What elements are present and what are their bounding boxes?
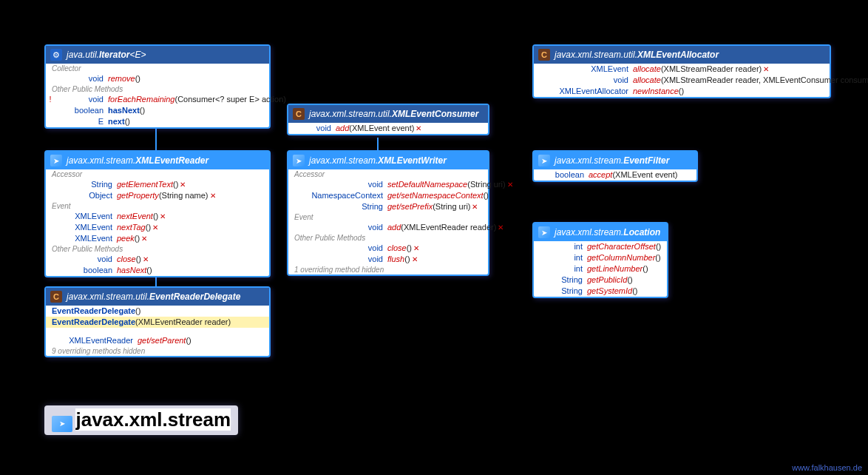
method-args: (String uri): [433, 201, 470, 212]
return-type: XMLEvent: [59, 233, 117, 244]
method-row: intgetLineNumber (): [534, 263, 667, 274]
row-mark: [534, 86, 547, 97]
pkg-label: javax.xml.stream.: [309, 155, 378, 166]
row-mark: [288, 179, 302, 190]
method-name: get/setParent: [138, 335, 186, 346]
return-type: void: [302, 243, 387, 254]
method-args: (XMLStreamReader reader, XMLEventConsume…: [661, 75, 868, 86]
class-name: Location: [623, 227, 660, 238]
return-type: void: [59, 94, 108, 105]
throws-badge: ✕: [151, 222, 158, 233]
return-type: XMLEventAllocator: [547, 86, 633, 97]
class-header: javax.xml.stream.XMLEventReader: [46, 152, 269, 169]
class-name: Iterator: [99, 50, 129, 60]
class-body: Collectorvoidremove ()Other Public Metho…: [46, 64, 269, 127]
method-row: voidflush () ✕: [288, 254, 488, 265]
method-args: (): [656, 241, 661, 252]
method-row: voidremove (): [46, 73, 269, 84]
row-mark: [46, 116, 59, 127]
row-mark: [46, 233, 59, 244]
constructor-name: EventReaderDelegate: [52, 317, 135, 328]
class-header: javax.xml.stream.EventFilter: [534, 152, 696, 169]
arrow-icon: [538, 155, 550, 166]
title-wrap: javax.xml.stream: [44, 405, 238, 435]
class-xmleventconsumer: javax.xml.stream.util.XMLEventConsumer v…: [287, 104, 489, 135]
return-type: void: [302, 179, 387, 190]
method-args: (): [407, 243, 412, 254]
method-row: NamespaceContextget/setNamespaceContext …: [288, 190, 488, 201]
row-mark: [46, 105, 59, 116]
return-type: String: [59, 179, 117, 190]
class-body: voidadd (XMLEvent event) ✕: [288, 123, 488, 134]
method-row: StringgetElementText () ✕: [46, 179, 269, 190]
method-args: (String uri): [467, 179, 505, 190]
arrow-icon: [293, 155, 305, 166]
credit-text: www.falkhausen.de: [792, 463, 862, 472]
method-row: XMLEventnextEvent () ✕: [46, 211, 269, 222]
row-mark: [534, 263, 547, 274]
method-row: voidadd (XMLEvent event) ✕: [288, 123, 488, 134]
return-type: int: [547, 263, 587, 274]
method-args: (): [140, 105, 145, 116]
method-name: remove: [108, 73, 135, 84]
method-args: (): [484, 190, 489, 201]
method-name: getElementText: [117, 179, 173, 190]
return-type: XMLEvent: [59, 222, 117, 233]
class-header: javax.xml.stream.util.XMLEventAllocator: [534, 46, 830, 64]
method-name: getProperty: [117, 190, 159, 201]
row-mark: [534, 252, 547, 263]
diagram-title: javax.xml.stream: [44, 405, 238, 435]
constructor-row: EventReaderDelegate (XMLEventReader read…: [46, 317, 269, 328]
return-type: void: [59, 254, 117, 265]
method-row: !voidforEachRemaining (Consumer<? super …: [46, 94, 269, 105]
class-name: XMLEventReader: [135, 155, 208, 166]
method-row: XMLEventAllocatornewInstance (): [534, 86, 830, 97]
method-row: voidadd (XMLEventReader reader) ✕: [288, 222, 488, 233]
hidden-note: 1 overriding method hidden: [288, 265, 488, 274]
class-header: javax.xml.stream.XMLEventWriter: [288, 152, 488, 169]
return-type: String: [302, 201, 387, 212]
method-args: (): [125, 116, 130, 127]
method-args: (): [404, 254, 410, 265]
class-body: EventReaderDelegate ()EventReaderDelegat…: [46, 306, 269, 356]
throws-badge: ✕: [208, 190, 216, 201]
class-name: XMLEventWriter: [378, 155, 446, 166]
method-row: Stringget/setPrefix (String uri) ✕: [288, 201, 488, 212]
pkg-label: javax.xml.stream.: [555, 155, 623, 166]
pkg-label: javax.xml.stream.util.: [309, 109, 392, 119]
class-xmleventreader: javax.xml.stream.XMLEventReader Accessor…: [44, 150, 271, 277]
method-args: (): [153, 211, 158, 222]
class-icon: [293, 108, 305, 120]
row-mark: [46, 211, 59, 222]
class-body: AccessorStringgetElementText () ✕Objectg…: [46, 169, 269, 276]
section-label: Other Public Methods: [46, 84, 269, 94]
class-body: XMLEventallocate (XMLStreamReader reader…: [534, 64, 830, 97]
throws-badge: ✕: [158, 211, 166, 222]
return-type: int: [547, 252, 587, 263]
return-type: void: [302, 222, 387, 233]
class-header: javax.xml.stream.util.XMLEventConsumer: [288, 105, 488, 123]
return-type: Object: [59, 190, 117, 201]
return-type: void: [547, 75, 633, 86]
throws-badge: ✕: [412, 243, 419, 254]
method-args: (): [136, 254, 141, 265]
method-name: accept: [589, 169, 612, 181]
method-row: XMLEventReaderget/setParent (): [46, 335, 269, 346]
return-type: void: [302, 254, 387, 265]
connector: [377, 138, 379, 151]
return-type: boolean: [547, 169, 589, 181]
section-label: Event: [288, 212, 488, 222]
method-name: hasNext: [108, 105, 140, 116]
row-mark: [288, 123, 302, 134]
class-eventfilter: javax.xml.stream.EventFilter booleanacce…: [532, 150, 698, 182]
return-type: NamespaceContext: [302, 190, 387, 201]
method-args: (): [146, 222, 151, 233]
row-mark: [534, 286, 547, 297]
constructor-name: EventReaderDelegate: [52, 306, 135, 317]
constructor-args: (XMLEventReader reader): [135, 317, 231, 328]
pkg-label: javax.xml.stream.: [555, 227, 623, 238]
constructor-row: EventReaderDelegate (): [46, 306, 269, 317]
class-body: booleanaccept (XMLEvent event): [534, 169, 696, 181]
method-args: (XMLStreamReader reader): [661, 64, 762, 75]
method-row: booleanhasNext (): [46, 265, 269, 276]
